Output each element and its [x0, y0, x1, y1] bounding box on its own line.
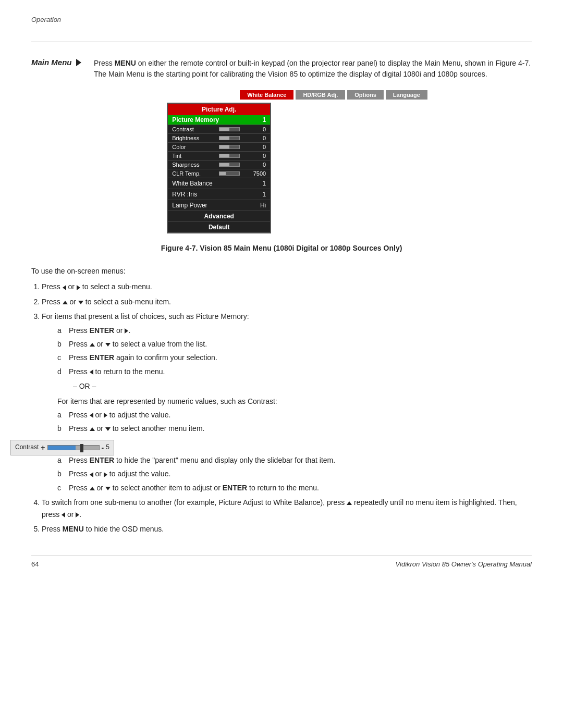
osd-value-rvriris: 1	[263, 191, 266, 198]
osd-row-lamppower: Lamp Power Hi	[168, 200, 270, 211]
osd-value-lamppower: Hi	[260, 202, 266, 209]
osd-row-rvriris: RVR :Iris 1	[168, 189, 270, 200]
down-icon-3c3	[105, 487, 111, 490]
menu-keyword-step5: MENU	[63, 525, 84, 533]
contrast-thumb-icon	[80, 444, 83, 452]
osd-row-clrtemp: CLR Temp. 7500	[168, 169, 270, 178]
osd-tab-hdrgb: HD/RGB Adj.	[296, 90, 345, 100]
osd-value-brightness: 0	[250, 135, 266, 141]
step-3-substeps: aPress ENTER or . bPress or to select a …	[57, 325, 532, 378]
osd-row-contrast: Contrast 0	[168, 125, 270, 133]
osd-highlighted-row: Picture Memory 1	[168, 115, 270, 125]
right-icon-3b3	[104, 472, 107, 477]
menu-keyword-bold: MENU	[115, 59, 136, 67]
osd-tab-options: Options	[347, 90, 384, 100]
osd-default: Default	[168, 221, 270, 232]
right-icon-3a	[125, 328, 128, 334]
osd-row-tint: Tint 0	[168, 151, 270, 160]
step-3a2: aPress or to adjust the value.	[57, 409, 532, 421]
step-3a3: aPress ENTER to hide the "parent" menu a…	[57, 454, 532, 466]
osd-advanced: Advanced	[168, 211, 270, 221]
up-icon-3b	[90, 343, 95, 347]
osd-label-whitebalance: White Balance	[172, 180, 212, 187]
main-menu-title-text: Main Menu	[31, 58, 72, 67]
left-icon-3a2	[90, 413, 93, 418]
osd-value-color: 0	[250, 144, 266, 150]
step-3d: dPress to return to the menu.	[57, 366, 532, 377]
down-icon-3b2	[105, 427, 111, 431]
step-2: Press or to select a sub-menu item.	[42, 296, 532, 307]
step-3: For items that present a list of choices…	[42, 311, 532, 493]
osd-label-rvriris: RVR :Iris	[172, 191, 197, 198]
osd-label-lamppower: Lamp Power	[172, 202, 207, 209]
osd-slider-sharpness	[219, 163, 240, 167]
osd-row-color: Color 0	[168, 142, 270, 151]
contrast-bar-value: 5	[106, 442, 109, 452]
page-footer: 64 Vidikron Vision 85 Owner's Operating …	[31, 556, 532, 568]
or-divider-1: – OR –	[73, 380, 532, 392]
tab-white-balance-label: White Balance	[247, 92, 286, 98]
osd-slider-color	[219, 145, 240, 149]
contrast-fill	[48, 446, 76, 450]
osd-slider-brightness	[219, 136, 240, 140]
up-icon-3c3	[90, 487, 95, 490]
right-arrow-icon	[77, 285, 80, 290]
osd-tab-language: Language	[386, 90, 427, 100]
osd-value-contrast: 0	[250, 126, 266, 132]
instructions-intro: To use the on-screen menus:	[31, 265, 532, 277]
step-4: To switch from one sub-menu to another (…	[42, 497, 532, 520]
step-3c3: cPress or to select another item to adju…	[57, 482, 532, 493]
osd-label-tint: Tint	[172, 153, 209, 159]
step-3-or-text: For items that are represented by numeri…	[57, 396, 532, 407]
step-3b: bPress or to select a value from the lis…	[57, 338, 532, 350]
up-icon-3b2	[90, 427, 95, 431]
osd-slider-clrtemp	[219, 171, 240, 176]
picture-memory-value: 1	[263, 116, 266, 124]
osd-label-contrast: Contrast	[172, 126, 209, 132]
osd-label-brightness: Brightness	[172, 135, 209, 141]
or-divider-2: – OR –	[73, 440, 532, 451]
step-1: Press or to select a sub-menu.	[42, 281, 532, 292]
contrast-bar-plus: +	[41, 442, 45, 453]
tab-hdrgb-label: HD/RGB Adj.	[303, 92, 338, 98]
osd-row-sharpness: Sharpness 0	[168, 160, 270, 169]
osd-label-sharpness: Sharpness	[172, 162, 209, 168]
osd-value-sharpness: 0	[250, 162, 266, 168]
tab-language-label: Language	[393, 92, 420, 98]
operation-label: Operation	[31, 16, 61, 23]
main-menu-section: Main Menu Press MENU on either the remot…	[31, 58, 532, 80]
right-icon-3a2	[104, 413, 107, 418]
main-menu-description: Press MENU on either the remote control …	[94, 58, 532, 80]
osd-value-clrtemp: 7500	[250, 170, 266, 177]
step-3a: aPress ENTER or .	[57, 325, 532, 336]
osd-row-whitebalance: White Balance 1	[168, 178, 270, 189]
step-3c: cPress ENTER again to confirm your selec…	[57, 352, 532, 363]
left-icon-3b3	[90, 472, 93, 477]
osd-illustration: White Balance HD/RGB Adj. Options Langua…	[31, 90, 532, 233]
step-3b3: bPress or to adjust the value.	[57, 468, 532, 479]
contrast-track	[47, 445, 100, 450]
osd-slider-contrast	[219, 127, 240, 131]
step-3-substeps-3: aPress ENTER to hide the "parent" menu a…	[57, 454, 532, 493]
step-3-substeps-2: aPress or to adjust the value. bPress or…	[57, 409, 532, 435]
instructions-list: Press or to select a sub-menu. Press or …	[42, 281, 532, 535]
osd-row-brightness: Brightness 0	[168, 133, 270, 142]
left-icon-step4	[62, 512, 65, 517]
osd-tabs-row: White Balance HD/RGB Adj. Options Langua…	[240, 90, 427, 100]
main-menu-label: Main Menu	[31, 58, 89, 67]
footer-page-number: 64	[31, 560, 39, 568]
down-icon-3b	[105, 343, 111, 347]
osd-menu-box: Picture Adj. Picture Memory 1 Contrast 0…	[167, 103, 271, 233]
step-3b2: bPress or to select another menu item.	[57, 423, 532, 434]
osd-label-color: Color	[172, 144, 209, 150]
figure-caption: Figure 4-7. Vision 85 Main Menu (1080i D…	[31, 244, 532, 252]
tab-options-label: Options	[354, 92, 376, 98]
osd-label-clrtemp: CLR Temp.	[172, 170, 209, 177]
left-icon-3d	[90, 369, 93, 375]
main-menu-arrow-icon	[76, 59, 81, 66]
osd-slider-tint	[219, 154, 240, 158]
osd-value-tint: 0	[250, 153, 266, 159]
osd-menu-title: Picture Adj.	[168, 104, 270, 115]
left-arrow-icon	[63, 285, 66, 290]
up-arrow-icon	[63, 301, 68, 304]
